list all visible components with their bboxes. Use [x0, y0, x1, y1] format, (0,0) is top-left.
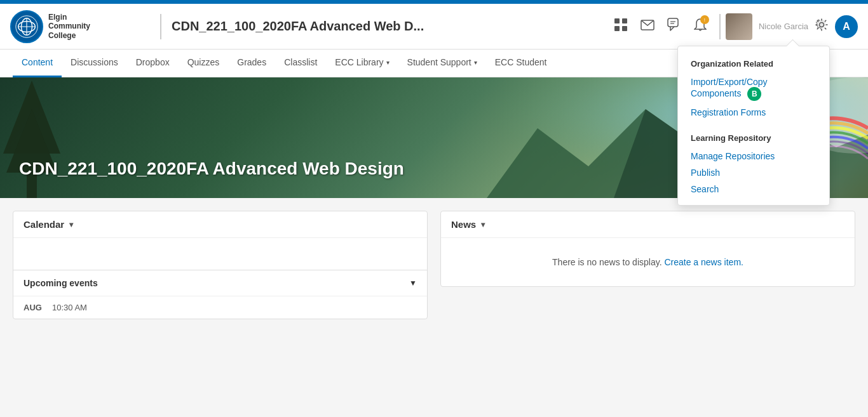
svg-rect-8	[622, 26, 627, 31]
mail-icon[interactable]	[641, 19, 654, 34]
news-widget-title: News ▾	[451, 219, 485, 230]
college-logo[interactable]	[10, 10, 43, 43]
calendar-widget-title: Calendar ▾	[24, 219, 73, 230]
registration-forms-link[interactable]: Registration Forms	[678, 104, 829, 121]
search-link[interactable]: Search	[678, 181, 829, 197]
calendar-mini	[13, 238, 427, 270]
calendar-widget: Calendar ▾ Upcoming events ▼ AUG 10:30 A…	[13, 211, 428, 319]
nav-item-eccstudent[interactable]: ECC Student	[486, 50, 556, 77]
upcoming-header: Upcoming events ▼	[13, 270, 427, 296]
event-row: AUG 10:30 AM	[13, 296, 427, 319]
news-widget-header: News ▾	[441, 211, 855, 238]
bell-icon[interactable]: !	[694, 18, 707, 35]
notification-badge: !	[700, 15, 709, 24]
event-time: 10:30 AM	[52, 303, 97, 312]
ecclibrary-dropdown-arrow: ▾	[386, 59, 390, 66]
svg-rect-10	[668, 18, 678, 27]
dropdown-gap	[678, 121, 829, 131]
news-chevron[interactable]: ▾	[481, 220, 485, 229]
header-icons: !	[614, 18, 707, 35]
nav-item-discussions[interactable]: Discussions	[62, 50, 127, 77]
svg-rect-5	[614, 18, 620, 23]
news-empty: There is no news to display. Create a ne…	[441, 238, 855, 286]
nav-item-studentsupport[interactable]: Student Support ▾	[398, 50, 486, 77]
nav-item-dropbox[interactable]: Dropbox	[127, 50, 179, 77]
dropdown-menu: Organization Related Import/Export/Copy …	[677, 46, 830, 206]
nav-item-quizzes[interactable]: Quizzes	[179, 50, 229, 77]
nav-item-ecclibrary[interactable]: ECC Library ▾	[326, 50, 398, 77]
news-widget: News ▾ There is no news to display. Crea…	[440, 211, 855, 287]
event-month: AUG	[24, 303, 46, 312]
hero-title: CDN_221_100_2020FA Advanced Web Design	[19, 159, 404, 179]
user-area: Nicole Garcia A	[726, 13, 858, 40]
upcoming-section: Upcoming events ▼ AUG 10:30 AM	[13, 270, 427, 319]
manage-repositories-link[interactable]: Manage Repositories	[678, 148, 829, 164]
nav-item-classlist[interactable]: Classlist	[275, 50, 326, 77]
chat-icon[interactable]	[667, 18, 681, 35]
gear-icon[interactable]	[815, 18, 829, 35]
logo-area: Elgin Community College	[10, 10, 150, 43]
upcoming-arrow[interactable]: ▼	[409, 279, 417, 288]
import-export-link[interactable]: Import/Export/Copy Components B	[678, 74, 829, 104]
header-divider-1	[160, 14, 161, 39]
calendar-widget-header: Calendar ▾	[13, 211, 427, 238]
upcoming-title: Upcoming events	[24, 278, 98, 288]
calendar-chevron[interactable]: ▾	[69, 220, 73, 229]
header-divider-2	[719, 14, 721, 39]
college-name: Elgin Community College	[48, 13, 90, 40]
create-news-link[interactable]: Create a news item.	[664, 257, 743, 267]
avatar-letter[interactable]: A	[835, 15, 858, 38]
right-column: News ▾ There is no news to display. Crea…	[440, 211, 855, 327]
b-badge: B	[747, 87, 761, 101]
svg-rect-6	[622, 18, 627, 23]
studentsupport-dropdown-arrow: ▾	[474, 59, 477, 66]
user-name: Nicole Garcia	[759, 22, 808, 31]
publish-link[interactable]: Publish	[678, 164, 829, 181]
header: Elgin Community College CDN_221_100_2020…	[0, 4, 868, 50]
dropdown-learning-repo-title: Learning Repository	[678, 131, 829, 148]
main-content: Calendar ▾ Upcoming events ▼ AUG 10:30 A…	[0, 198, 868, 340]
left-column: Calendar ▾ Upcoming events ▼ AUG 10:30 A…	[13, 211, 428, 327]
nav-item-grades[interactable]: Grades	[228, 50, 275, 77]
grid-icon[interactable]	[614, 18, 628, 35]
course-title: CDN_221_100_2020FA Advanced Web D...	[172, 19, 614, 34]
svg-rect-7	[614, 26, 620, 31]
nav-item-content[interactable]: Content	[13, 50, 62, 77]
user-avatar	[726, 13, 752, 40]
dropdown-org-section-title: Organization Related	[678, 56, 829, 74]
